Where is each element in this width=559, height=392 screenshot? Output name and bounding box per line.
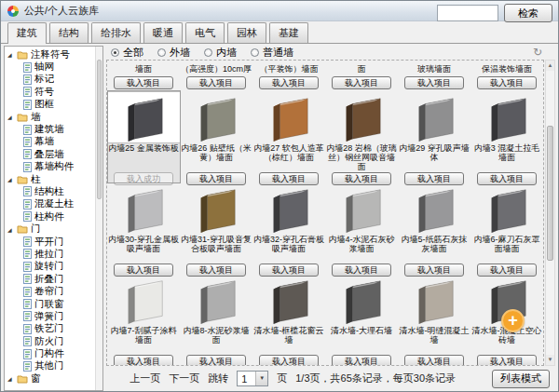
family-card[interactable]: 内墙8-水泥砂浆墙面 载入项目 <box>181 274 252 365</box>
list-mode-button[interactable]: 列表模式 <box>492 370 550 388</box>
family-card[interactable]: 保温装饰墙面 载入项目 <box>471 63 543 91</box>
family-card[interactable]: 内墙31-穿孔吸音复合板吸声墙面 载入项目 <box>181 182 252 274</box>
tree-row[interactable]: ◢ 标记 <box>7 74 93 86</box>
tree-row[interactable]: ◢ 柱构件 <box>7 210 93 223</box>
refresh-icon[interactable]: ↻ <box>533 46 542 59</box>
tree-row[interactable]: ◢ 门构件 <box>7 347 93 359</box>
load-into-project-button[interactable]: 载入项目 <box>259 76 319 89</box>
load-into-project-button[interactable]: 载入项目 <box>332 76 391 89</box>
family-name-fragment: （平装饰）墙面 <box>253 64 325 76</box>
tree-row[interactable]: ◢ 卷帘门 <box>7 285 93 297</box>
load-into-project-button[interactable]: 载入项目 <box>404 76 464 89</box>
load-into-project-button[interactable]: 载入项目 <box>477 76 537 89</box>
sidebar-scrollbar-thumb[interactable] <box>97 60 102 199</box>
category-tab[interactable]: 基建 <box>269 22 308 43</box>
sidebar-scrollbar[interactable] <box>95 47 102 390</box>
scroll-up-arrow-icon[interactable]: ▲ <box>546 61 554 71</box>
expand-triangle-icon[interactable]: ◢ <box>7 114 14 120</box>
category-tab[interactable]: 园林 <box>227 22 266 43</box>
tree-row[interactable]: ◢ 结构柱 <box>7 185 93 197</box>
load-into-project-button[interactable]: 载入项目 <box>114 355 173 366</box>
family-card[interactable]: 内墙7-刮腻子涂料墙面 载入项目 <box>108 274 180 365</box>
family-card[interactable]: 内墙30-穿孔金属板吸声墙面 载入项目 <box>108 182 180 274</box>
category-tab[interactable]: 给排水 <box>91 22 141 43</box>
family-name-fragment: 保温装饰墙面 <box>471 64 543 76</box>
wall-thumbnail <box>399 183 470 234</box>
load-into-project-button[interactable]: 载入项目 <box>114 76 173 89</box>
page-select[interactable]: 1 ▼ <box>237 371 268 386</box>
family-card[interactable]: 内墙25 金属装饰板 载入成功 <box>108 91 180 182</box>
family-card[interactable]: 内墙3 混凝土拉毛墙面 载入项目 <box>471 91 543 182</box>
category-tab[interactable]: 暖通 <box>143 22 183 43</box>
expand-triangle-icon[interactable]: ◢ <box>7 51 14 58</box>
load-into-project-button[interactable]: 载入项目 <box>332 355 391 366</box>
family-card[interactable]: 清水墙-大理石墙 载入项目 <box>326 274 398 365</box>
search-input[interactable] <box>437 5 498 21</box>
family-card[interactable]: 内墙29 穿孔吸声墙体 载入项目 <box>399 91 470 182</box>
scroll-down-arrow-icon[interactable]: ▼ <box>546 355 554 365</box>
family-card[interactable]: 内墙32-穿孔石膏板吸声墙面 载入项目 <box>253 182 325 274</box>
family-card[interactable]: 内墙28 岩棉（玻璃丝）钢丝网吸音墙面 载入项目 <box>326 91 398 182</box>
family-card[interactable]: （平装饰）墙面 载入项目 <box>253 63 325 91</box>
category-tree: ◢ 注释符号 ◢ <box>5 47 102 385</box>
family-card[interactable]: 内墙26 贴壁纸（米黄）墙面 载入项目 <box>181 91 252 182</box>
category-tab[interactable]: 建筑 <box>7 22 47 44</box>
family-card[interactable]: 面 载入项目 <box>326 63 398 91</box>
grid-scrollbar-thumb[interactable] <box>547 126 553 261</box>
category-tab[interactable]: 结构 <box>49 22 89 43</box>
tree-row[interactable]: ◢ 弹簧门 <box>7 310 93 322</box>
tree-row[interactable]: ◢ 柱 <box>7 173 93 185</box>
tree-row[interactable]: ◢ 旋转门 <box>7 261 93 273</box>
tree-row[interactable]: ◢ 轴网 <box>7 61 93 73</box>
family-card[interactable]: 内墙6-麻刀石灰罩面墙面 载入项目 <box>471 182 543 274</box>
tree-row[interactable]: ◢ 叠层墙 <box>7 148 93 160</box>
tree-row[interactable]: ◢ 折叠门 <box>7 273 93 285</box>
prev-page-link[interactable]: 上一页 <box>130 372 160 385</box>
grid-scrollbar[interactable]: ▲ ▼ <box>545 60 555 366</box>
chevron-down-icon[interactable]: ▼ <box>255 372 267 385</box>
family-card[interactable]: 墙面 载入项目 <box>108 63 180 91</box>
load-into-project-button[interactable]: 载入项目 <box>186 76 246 89</box>
family-card[interactable]: 内墙4-水泥石灰砂浆墙面 载入项目 <box>326 182 398 274</box>
load-into-project-button[interactable]: 载入项目 <box>404 355 464 366</box>
family-card[interactable]: 内墙27 软包人造革（棕红）墙面 载入项目 <box>253 91 325 182</box>
load-into-project-button[interactable]: 载入项目 <box>477 355 537 366</box>
tree-row[interactable]: ◢ 混凝土柱 <box>7 198 93 210</box>
search-button[interactable]: 检索 <box>504 4 552 22</box>
expand-triangle-icon[interactable]: ◢ <box>7 226 14 233</box>
tree-row[interactable]: ◢ 门联窗 <box>7 298 93 310</box>
family-name: 内墙32-穿孔石膏板吸声墙面 <box>253 235 325 262</box>
add-upload-fab-button[interactable]: + <box>501 309 525 332</box>
tree-row[interactable]: ◢ 图框 <box>7 99 93 111</box>
tree-row[interactable]: ◢ 门 <box>7 223 93 235</box>
category-tab[interactable]: 电气 <box>185 22 225 43</box>
pagination-bar: 上一页 下一页 跳转 1 ▼ 页 1/3页，共65条记录，每页30条记录 列表模… <box>106 368 555 389</box>
tree-row[interactable]: ◢ 推拉门 <box>7 248 93 260</box>
filter-radio[interactable]: 全部 <box>111 46 143 60</box>
tree-row[interactable]: ◢ 防火门 <box>7 335 93 347</box>
family-card[interactable]: 内墙5-纸筋石灰抹灰墙面 载入项目 <box>399 182 470 274</box>
family-card[interactable]: 清水墙-框槛花窗云墙 载入项目 <box>253 274 325 365</box>
wall-panel-icon <box>336 275 387 325</box>
load-into-project-button[interactable]: 载入项目 <box>186 355 246 366</box>
next-page-link[interactable]: 下一页 <box>169 372 199 385</box>
tree-row[interactable]: ◢ 墙 <box>7 111 93 123</box>
family-card[interactable]: （高强度）10cm厚 载入项目 <box>181 63 252 91</box>
filter-radio[interactable]: 内墙 <box>204 46 237 60</box>
tree-row[interactable]: ◢ 注释符号 <box>7 48 93 61</box>
tree-row[interactable]: ◢ 幕墙 <box>7 136 93 148</box>
tree-row[interactable]: ◢ 建筑墙 <box>7 123 93 135</box>
filter-radio[interactable]: 外墙 <box>157 46 190 60</box>
load-into-project-button[interactable]: 载入项目 <box>259 355 319 366</box>
tree-row[interactable]: ◢ 铁艺门 <box>7 323 93 335</box>
family-card[interactable]: 玻璃墙面 载入项目 <box>399 63 470 91</box>
family-card[interactable]: 清水墙-明缝混凝土墙 载入项目 <box>399 274 470 365</box>
filter-radio[interactable]: 普通墙 <box>251 46 293 60</box>
expand-triangle-icon[interactable]: ◢ <box>7 375 14 382</box>
expand-triangle-icon[interactable]: ◢ <box>7 176 14 182</box>
tree-row[interactable]: ◢ 符号 <box>7 86 93 98</box>
tree-row[interactable]: ◢ 幕墙构件 <box>7 161 93 173</box>
tree-row[interactable]: ◢ 窗 <box>7 372 93 385</box>
tree-row[interactable]: ◢ 其他门 <box>7 360 93 372</box>
tree-row[interactable]: ◢ 平开门 <box>7 236 93 248</box>
